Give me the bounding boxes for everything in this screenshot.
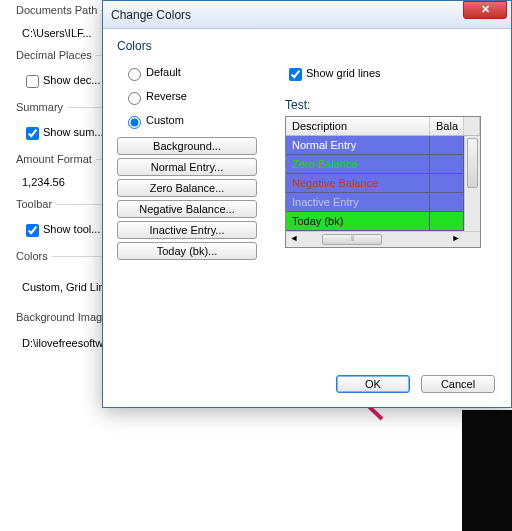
amount-format-label: Amount Format <box>12 153 96 165</box>
col-description[interactable]: Description <box>286 117 430 135</box>
test-label: Test: <box>285 98 497 112</box>
dialog-titlebar[interactable]: Change Colors ✕ <box>103 1 511 29</box>
grid-horizontal-scrollbar[interactable]: ◄ ► <box>286 231 480 247</box>
close-icon[interactable]: ✕ <box>463 1 507 19</box>
amount-format-value: 1,234.56 <box>22 176 65 188</box>
test-grid: Description Bala Normal Entry Zero Balan… <box>285 116 481 248</box>
dialog-cancel-button[interactable]: Cancel <box>421 375 495 393</box>
dialog-title: Change Colors <box>111 8 191 22</box>
radio-default[interactable]: Default <box>123 66 181 78</box>
colors-left-column: Default Reverse Custom Background... Nor… <box>117 61 267 263</box>
colors-group-label: Colors <box>117 39 497 53</box>
show-summary-checkbox[interactable]: Show sum... <box>22 124 104 143</box>
scroll-left-icon[interactable]: ◄ <box>286 233 302 247</box>
change-colors-dialog: Change Colors ✕ Colors Default Reverse C… <box>102 0 512 408</box>
test-row-today[interactable]: Today (bk) <box>286 212 464 231</box>
radio-reverse[interactable]: Reverse <box>123 90 187 102</box>
grid-header: Description Bala <box>286 117 480 136</box>
decimal-places-label: Decimal Places <box>12 49 96 61</box>
show-grid-lines-checkbox[interactable]: Show grid lines <box>285 67 381 79</box>
documents-path-value: C:\Users\ILF... <box>22 27 92 39</box>
col-scroll-corner <box>464 117 480 135</box>
ok-button[interactable]: OK <box>336 375 410 393</box>
documents-path-label: Documents Path <box>12 4 101 16</box>
dialog-buttons: OK Cancel <box>328 375 495 393</box>
scroll-right-icon[interactable]: ► <box>448 233 464 247</box>
inactive-entry-color-button[interactable]: Inactive Entry... <box>117 221 257 239</box>
test-row-inactive[interactable]: Inactive Entry <box>286 193 464 212</box>
background-image-label: Background Image <box>12 311 112 323</box>
test-row-negative[interactable]: Negative Balance <box>286 174 464 193</box>
today-bk-color-button[interactable]: Today (bk)... <box>117 242 257 260</box>
test-row-normal[interactable]: Normal Entry <box>286 136 464 155</box>
col-balance[interactable]: Bala <box>430 117 464 135</box>
colors-right-column: Show grid lines Test: Description Bala N… <box>285 61 497 263</box>
dialog-body: Colors Default Reverse Custom Background… <box>103 29 511 407</box>
negative-balance-color-button[interactable]: Negative Balance... <box>117 200 257 218</box>
zero-balance-color-button[interactable]: Zero Balance... <box>117 179 257 197</box>
show-toolbar-checkbox[interactable]: Show tool... <box>22 221 100 240</box>
summary-label: Summary <box>12 101 67 113</box>
preview-strip <box>462 410 512 531</box>
show-decimals-checkbox[interactable]: Show dec... <box>22 72 100 91</box>
colors-label: Colors <box>12 250 52 262</box>
background-color-button[interactable]: Background... <box>117 137 257 155</box>
radio-custom[interactable]: Custom <box>123 114 184 126</box>
normal-entry-color-button[interactable]: Normal Entry... <box>117 158 257 176</box>
test-row-zero[interactable]: Zero Balance <box>286 155 464 174</box>
grid-vertical-scrollbar[interactable] <box>464 136 480 231</box>
toolbar-label: Toolbar <box>12 198 56 210</box>
